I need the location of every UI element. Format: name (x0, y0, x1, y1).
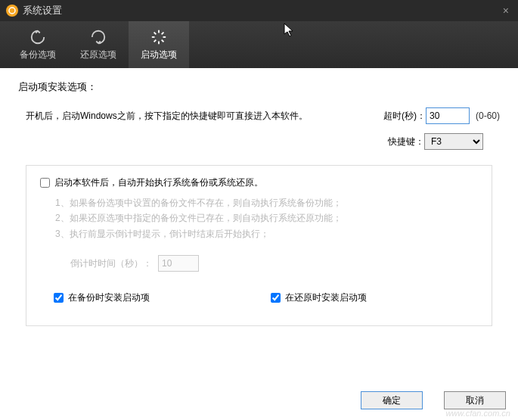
tab-restore[interactable]: 还原选项 (68, 21, 129, 68)
main-description: 开机后，启动Windows之前，按下指定的快捷键即可直接进入本软件。 (26, 110, 373, 123)
svg-line-8 (162, 32, 164, 34)
auto-run-label: 启动本软件后，自动开始执行系统备份或系统还原。 (54, 176, 263, 189)
hotkey-label: 快捷键： (371, 135, 424, 148)
hint-1: 1、如果备份选项中设置的备份文件不存在，则自动执行系统备份功能； (55, 195, 478, 210)
install-on-backup-row[interactable]: 在备份时安装启动项 (54, 291, 150, 304)
tab-startup[interactable]: 启动选项 (129, 21, 189, 68)
tab-bar: 备份选项 还原选项 启动选项 (0, 21, 518, 68)
auto-run-checkbox[interactable] (40, 178, 50, 188)
window-title: 系统设置 (23, 4, 500, 17)
main-row: 开机后，启动Windows之前，按下指定的快捷键即可直接进入本软件。 超时(秒)… (18, 107, 500, 124)
svg-line-7 (154, 39, 157, 42)
timeout-range: (0-60) (476, 110, 500, 121)
hint-3: 3、执行前显示倒计时提示，倒计时结束后开始执行； (55, 226, 478, 241)
section-title: 启动项安装选项： (18, 80, 500, 94)
install-on-restore-checkbox[interactable] (271, 293, 281, 303)
install-on-restore-label: 在还原时安装启动项 (285, 291, 367, 304)
cancel-button[interactable]: 取消 (444, 391, 506, 409)
backup-icon (29, 29, 46, 45)
close-icon[interactable]: × (500, 5, 512, 17)
timeout-label: 超时(秒)： (373, 110, 426, 123)
tab-restore-label: 还原选项 (80, 48, 116, 61)
svg-line-5 (154, 32, 157, 34)
watermark: www.cfan.com.cn (445, 409, 510, 418)
svg-point-0 (9, 8, 15, 14)
tab-startup-label: 启动选项 (141, 48, 177, 61)
install-options: 在备份时安装启动项 在还原时安装启动项 (40, 291, 478, 304)
app-icon (6, 5, 18, 17)
footer-buttons: 确定 取消 (361, 391, 506, 409)
auto-run-row[interactable]: 启动本软件后，自动开始执行系统备份或系统还原。 (40, 176, 478, 189)
install-on-backup-label: 在备份时安装启动项 (68, 291, 150, 304)
timeout-input[interactable] (426, 107, 470, 124)
hotkey-row: 快捷键： F3 (18, 133, 500, 150)
ok-button[interactable]: 确定 (361, 391, 423, 409)
options-panel: 启动本软件后，自动开始执行系统备份或系统还原。 1、如果备份选项中设置的备份文件… (26, 165, 492, 326)
restore-icon (90, 29, 107, 45)
hotkey-select[interactable]: F3 (424, 133, 483, 150)
hint-2: 2、如果还原选项中指定的备份文件已存在，则自动执行系统还原功能； (55, 210, 478, 226)
hints: 1、如果备份选项中设置的备份文件不存在，则自动执行系统备份功能； 2、如果还原选… (40, 195, 478, 241)
countdown-input[interactable] (158, 255, 199, 272)
svg-line-6 (162, 39, 164, 42)
content-area: 启动项安装选项： 开机后，启动Windows之前，按下指定的快捷键即可直接进入本… (0, 68, 518, 326)
startup-icon (150, 29, 167, 45)
titlebar: 系统设置 × (0, 0, 518, 21)
install-on-restore-row[interactable]: 在还原时安装启动项 (271, 291, 367, 304)
install-on-backup-checkbox[interactable] (54, 293, 64, 303)
countdown-label: 倒计时时间（秒）： (70, 257, 152, 270)
countdown-row: 倒计时时间（秒）： (40, 255, 478, 272)
tab-backup[interactable]: 备份选项 (8, 21, 68, 68)
tab-backup-label: 备份选项 (20, 48, 56, 61)
